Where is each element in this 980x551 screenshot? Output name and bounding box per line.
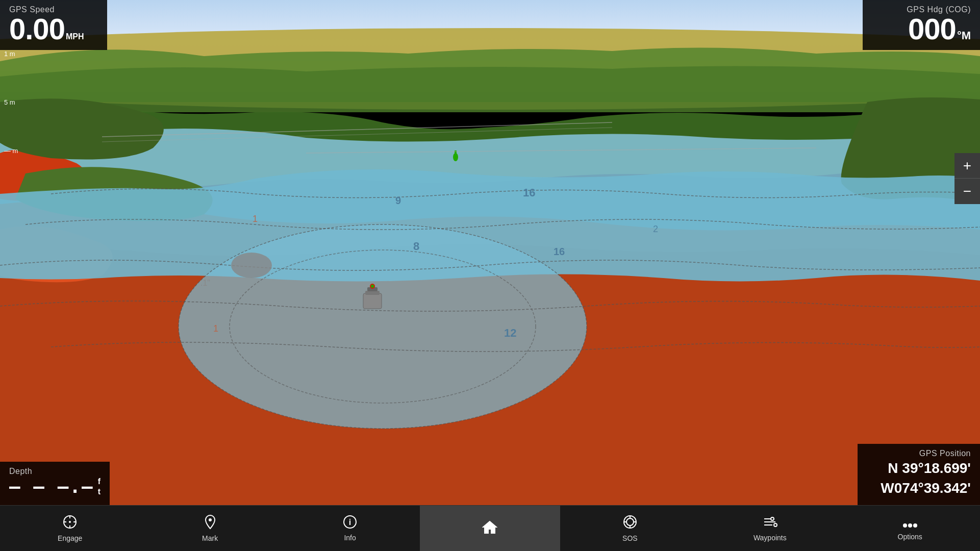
nav-sos[interactable]: SOS [560, 506, 700, 551]
svg-point-48 [913, 523, 917, 528]
sos-icon [622, 514, 638, 532]
svg-rect-6 [363, 293, 382, 309]
depth-label: Depth [9, 467, 100, 476]
svg-point-10 [371, 285, 374, 288]
waypoints-icon [762, 515, 777, 532]
svg-text:.1": .1" [200, 279, 210, 287]
svg-text:1: 1 [253, 214, 258, 224]
gps-heading-unit: °M [957, 29, 971, 42]
gps-speed-overlay: GPS Speed 0.00 MPH [0, 0, 107, 50]
svg-text:1: 1 [213, 323, 218, 334]
nav-engage[interactable]: Engage [0, 506, 140, 551]
map-view[interactable]: 9 16 8 12 16 2 1 1 .1" [0, 0, 980, 505]
navigate-icon [62, 514, 78, 532]
gps-speed-unit: MPH [66, 33, 84, 41]
zoom-out-button[interactable]: − [954, 179, 980, 204]
nav-home[interactable] [420, 506, 560, 551]
zoom-controls: + − [954, 153, 980, 204]
depth-unit-bot: t [98, 487, 100, 496]
svg-text:16: 16 [554, 246, 565, 257]
options-icon [902, 516, 918, 531]
gps-speed-value: 0.00 [9, 14, 65, 44]
nav-bar: Engage Mark i Info [0, 505, 980, 551]
svg-point-25 [231, 253, 272, 278]
nav-mark[interactable]: Mark [140, 506, 280, 551]
gps-lat: N 39°18.699' [867, 458, 971, 478]
svg-point-36 [626, 518, 634, 525]
svg-text:16: 16 [523, 186, 535, 199]
gps-lon: W074°39.342' [867, 478, 971, 498]
nav-waypoints[interactable]: Waypoints [700, 506, 840, 551]
zoom-in-button[interactable]: + [954, 153, 980, 179]
pin-icon [204, 514, 217, 532]
depth-unit-top: f [98, 477, 100, 486]
depth-scale-dash: — m [4, 147, 18, 155]
svg-point-45 [774, 523, 777, 527]
sos-label: SOS [622, 534, 638, 542]
svg-point-27 [69, 521, 71, 523]
svg-rect-7 [365, 291, 380, 295]
options-label: Options [898, 533, 922, 541]
mark-label: Mark [202, 534, 218, 542]
nav-info[interactable]: i Info [280, 506, 420, 551]
gps-position-overlay: GPS Position N 39°18.699' W074°39.342' [858, 444, 980, 505]
gps-heading-value: 000 [908, 14, 956, 44]
info-icon: i [343, 515, 357, 532]
gps-heading-overlay: GPS Hdg (COG) 000 °M [863, 0, 980, 50]
speed-unit-mph: MPH [66, 33, 84, 41]
engage-label: Engage [58, 534, 82, 542]
depth-overlay: Depth — — —.— f t [0, 462, 110, 505]
gps-position-label: GPS Position [867, 449, 971, 458]
svg-text:9: 9 [395, 195, 401, 206]
depth-scale-5m: 5 m [4, 98, 18, 106]
home-icon [482, 520, 497, 537]
svg-text:2: 2 [653, 224, 658, 234]
nav-options[interactable]: Options [840, 506, 980, 551]
svg-text:12: 12 [504, 327, 516, 339]
waypoints-label: Waypoints [753, 534, 787, 542]
svg-text:8: 8 [413, 240, 419, 253]
depth-scale: 1 m 5 m — m [0, 45, 22, 160]
svg-point-44 [771, 517, 774, 520]
svg-point-47 [908, 523, 912, 528]
svg-text:i: i [349, 518, 351, 527]
depth-value: — — —.— [9, 476, 94, 497]
svg-point-32 [209, 518, 212, 521]
svg-point-46 [903, 523, 907, 528]
info-label: Info [344, 534, 356, 542]
depth-scale-1m: 1 m [4, 50, 18, 58]
